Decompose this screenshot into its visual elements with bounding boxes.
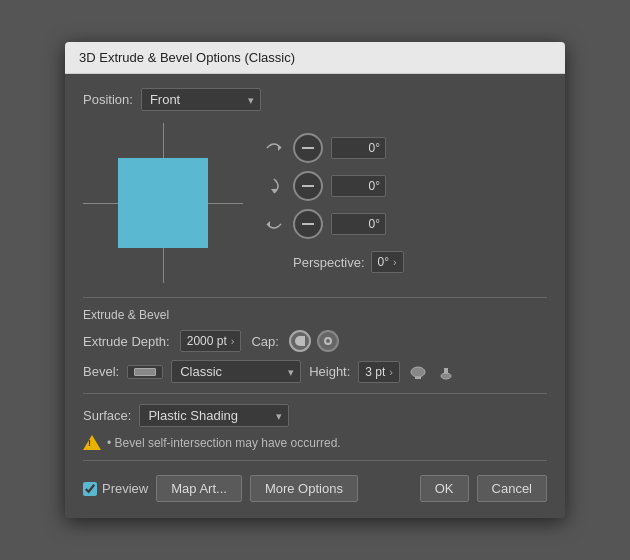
svg-point-6	[441, 373, 451, 379]
warning-icon	[83, 435, 101, 450]
y-dial[interactable]	[293, 171, 323, 201]
extrude-depth-row: Extrude Depth: 2000 pt › Cap:	[83, 330, 547, 352]
z-dial[interactable]	[293, 209, 323, 239]
extrude-depth-arrow[interactable]: ›	[231, 335, 235, 347]
title-bar: 3D Extrude & Bevel Options (Classic)	[65, 42, 565, 74]
height-label: Height:	[309, 364, 350, 379]
surface-label: Surface:	[83, 408, 131, 423]
y-rotation-icon	[263, 175, 285, 197]
position-select-wrapper: Front Back Left Right Top Bottom Custom	[141, 88, 261, 111]
perspective-arrow[interactable]: ›	[393, 256, 397, 268]
ok-button[interactable]: OK	[420, 475, 469, 502]
divider-1	[83, 297, 547, 298]
main-area: 0° 0°	[83, 123, 547, 283]
preview-checkbox[interactable]	[83, 482, 97, 496]
dialog-body: Position: Front Back Left Right Top Bott…	[65, 74, 565, 518]
warning-text: • Bevel self-intersection may have occur…	[107, 436, 341, 450]
x-dial[interactable]	[293, 133, 323, 163]
preview-box	[83, 123, 243, 283]
bevel-outside-button[interactable]	[408, 362, 428, 382]
bevel-select[interactable]: Classic None	[171, 360, 301, 383]
divider-2	[83, 393, 547, 394]
map-art-button[interactable]: Map Art...	[156, 475, 242, 502]
bevel-row: Bevel: Classic None Height: 3 pt ›	[83, 360, 547, 383]
bevel-select-wrapper: Classic None	[171, 360, 301, 383]
bevel-label: Bevel:	[83, 364, 119, 379]
position-row: Position: Front Back Left Right Top Bott…	[83, 88, 547, 111]
perspective-value: 0°	[378, 255, 389, 269]
z-rotation-input[interactable]: 0°	[331, 213, 386, 235]
cancel-button[interactable]: Cancel	[477, 475, 547, 502]
cap-hollow-button[interactable]	[317, 330, 339, 352]
dialog-title: 3D Extrude & Bevel Options (Classic)	[79, 50, 295, 65]
height-value-box: 3 pt ›	[358, 361, 400, 383]
warning-row: • Bevel self-intersection may have occur…	[83, 435, 547, 450]
x-rotation-icon	[263, 137, 285, 159]
position-select[interactable]: Front Back Left Right Top Bottom Custom	[141, 88, 261, 111]
y-rotation-input[interactable]: 0°	[331, 175, 386, 197]
preview-checkbox-row: Preview	[83, 481, 148, 496]
rotation-controls: 0° 0°	[263, 133, 404, 273]
3d-preview-square	[118, 158, 208, 248]
cap-filled-button[interactable]	[289, 330, 311, 352]
svg-point-4	[411, 367, 425, 377]
bevel-preview-icon	[134, 368, 156, 376]
dialog-container: 3D Extrude & Bevel Options (Classic) Pos…	[65, 42, 565, 518]
preview-label[interactable]: Preview	[102, 481, 148, 496]
bevel-inside-button[interactable]	[436, 362, 456, 382]
cap-icons	[289, 330, 339, 352]
bottom-divider	[83, 460, 547, 461]
extrude-depth-label: Extrude Depth:	[83, 334, 170, 349]
x-rotation-row: 0°	[263, 133, 404, 163]
z-rotation-row: 0°	[263, 209, 404, 239]
footer: Preview Map Art... More Options OK Cance…	[83, 471, 547, 504]
extrude-depth-value: 2000 pt	[187, 334, 227, 348]
height-value: 3 pt	[365, 365, 385, 379]
more-options-button[interactable]: More Options	[250, 475, 358, 502]
surface-select[interactable]: Plastic Shading Diffuse Shading No Shadi…	[139, 404, 289, 427]
extrude-bevel-section-label: Extrude & Bevel	[83, 308, 547, 322]
y-rotation-row: 0°	[263, 171, 404, 201]
surface-select-wrapper: Plastic Shading Diffuse Shading No Shadi…	[139, 404, 289, 427]
extrude-depth-value-box: 2000 pt ›	[180, 330, 242, 352]
x-rotation-input[interactable]: 0°	[331, 137, 386, 159]
perspective-value-box: 0° ›	[371, 251, 404, 273]
height-arrow[interactable]: ›	[389, 366, 393, 378]
cap-label: Cap:	[251, 334, 278, 349]
perspective-label: Perspective:	[293, 255, 365, 270]
z-rotation-icon	[263, 213, 285, 235]
perspective-row: Perspective: 0° ›	[263, 251, 404, 273]
surface-row: Surface: Plastic Shading Diffuse Shading…	[83, 404, 547, 427]
position-label: Position:	[83, 92, 133, 107]
